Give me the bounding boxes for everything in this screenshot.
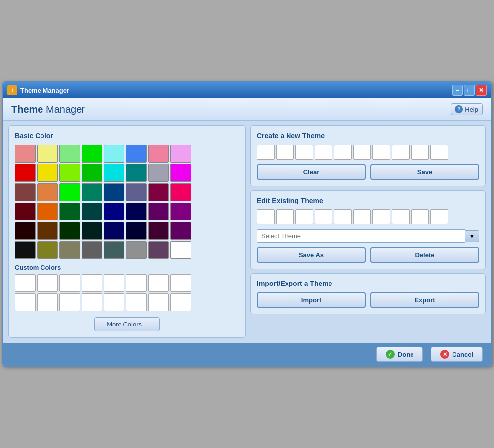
import-button[interactable]: Import bbox=[257, 292, 366, 308]
delete-button[interactable]: Delete bbox=[370, 247, 479, 263]
clear-button[interactable]: Clear bbox=[257, 164, 366, 180]
edit-swatch-8[interactable] bbox=[392, 209, 410, 224]
color-cell[interactable] bbox=[126, 222, 147, 240]
create-swatch-3[interactable] bbox=[295, 145, 313, 160]
custom-cell[interactable] bbox=[148, 293, 169, 311]
color-cell[interactable] bbox=[15, 145, 36, 163]
create-swatch-10[interactable] bbox=[430, 145, 448, 160]
more-colors-button[interactable]: More Colors... bbox=[94, 317, 160, 331]
color-cell[interactable] bbox=[170, 164, 191, 182]
color-cell[interactable] bbox=[170, 145, 191, 163]
color-cell[interactable] bbox=[126, 183, 147, 201]
custom-cell[interactable] bbox=[82, 274, 102, 292]
edit-swatch-5[interactable] bbox=[334, 209, 352, 224]
edit-swatch-9[interactable] bbox=[411, 209, 429, 224]
color-cell[interactable] bbox=[148, 183, 169, 201]
color-cell[interactable] bbox=[82, 222, 102, 240]
color-cell[interactable] bbox=[59, 183, 80, 201]
custom-cell[interactable] bbox=[37, 274, 58, 292]
color-cell[interactable] bbox=[104, 222, 124, 240]
custom-cell[interactable] bbox=[37, 293, 58, 311]
custom-cell[interactable] bbox=[170, 274, 191, 292]
color-cell[interactable] bbox=[37, 241, 58, 259]
create-swatch-7[interactable] bbox=[372, 145, 390, 160]
save-as-button[interactable]: Save As bbox=[257, 247, 366, 263]
save-button[interactable]: Save bbox=[370, 164, 479, 180]
edit-swatch-4[interactable] bbox=[315, 209, 332, 224]
select-theme-input[interactable] bbox=[257, 229, 465, 243]
color-cell[interactable] bbox=[15, 203, 36, 220]
custom-cell[interactable] bbox=[59, 293, 80, 311]
color-cell[interactable] bbox=[170, 183, 191, 201]
color-cell[interactable] bbox=[82, 164, 102, 182]
create-swatch-5[interactable] bbox=[334, 145, 352, 160]
color-cell[interactable] bbox=[37, 222, 58, 240]
edit-swatch-10[interactable] bbox=[430, 209, 448, 224]
create-swatch-9[interactable] bbox=[411, 145, 429, 160]
edit-swatch-7[interactable] bbox=[372, 209, 390, 224]
color-cell[interactable] bbox=[104, 164, 124, 182]
color-cell[interactable] bbox=[15, 222, 36, 240]
color-cell[interactable] bbox=[37, 145, 58, 163]
create-swatch-6[interactable] bbox=[353, 145, 371, 160]
color-cell[interactable] bbox=[148, 145, 169, 163]
edit-swatch-3[interactable] bbox=[295, 209, 313, 224]
color-cell[interactable] bbox=[148, 222, 169, 240]
color-cell[interactable] bbox=[104, 203, 124, 220]
select-arrow-icon[interactable]: ▼ bbox=[465, 230, 479, 242]
custom-cell[interactable] bbox=[104, 293, 124, 311]
custom-cell[interactable] bbox=[59, 274, 80, 292]
create-swatch-1[interactable] bbox=[257, 145, 275, 160]
cancel-button[interactable]: ✕ Cancel bbox=[431, 347, 483, 362]
color-cell[interactable] bbox=[82, 183, 102, 201]
color-cell[interactable] bbox=[15, 241, 36, 259]
create-swatch-8[interactable] bbox=[392, 145, 410, 160]
color-cell[interactable] bbox=[59, 241, 80, 259]
color-cell[interactable] bbox=[82, 203, 102, 220]
color-cell[interactable] bbox=[37, 203, 58, 220]
color-cell[interactable] bbox=[15, 183, 36, 201]
done-button[interactable]: ✓ Done bbox=[376, 347, 423, 362]
custom-cell[interactable] bbox=[126, 274, 147, 292]
color-cell[interactable] bbox=[59, 164, 80, 182]
custom-cell[interactable] bbox=[126, 293, 147, 311]
color-cell[interactable] bbox=[148, 241, 169, 259]
create-swatch-2[interactable] bbox=[276, 145, 294, 160]
export-button[interactable]: Export bbox=[370, 292, 479, 308]
color-cell[interactable] bbox=[126, 145, 147, 163]
minimize-button[interactable]: − bbox=[452, 85, 463, 96]
color-cell[interactable] bbox=[82, 241, 102, 259]
color-cell[interactable] bbox=[148, 203, 169, 220]
custom-cell[interactable] bbox=[104, 274, 124, 292]
color-cell[interactable] bbox=[126, 164, 147, 182]
custom-cell[interactable] bbox=[15, 274, 36, 292]
color-cell[interactable] bbox=[126, 241, 147, 259]
color-cell[interactable] bbox=[37, 183, 58, 201]
color-cell[interactable] bbox=[59, 145, 80, 163]
edit-swatch-2[interactable] bbox=[276, 209, 294, 224]
custom-cell[interactable] bbox=[82, 293, 102, 311]
color-cell[interactable] bbox=[59, 222, 80, 240]
color-cell[interactable] bbox=[104, 183, 124, 201]
color-cell[interactable] bbox=[82, 145, 102, 163]
left-panel: Basic Color Custom Colors bbox=[8, 125, 246, 338]
color-cell[interactable] bbox=[170, 241, 191, 259]
color-cell[interactable] bbox=[59, 203, 80, 220]
color-cell[interactable] bbox=[104, 145, 124, 163]
close-button[interactable]: ✕ bbox=[476, 85, 487, 96]
color-cell[interactable] bbox=[15, 164, 36, 182]
color-cell[interactable] bbox=[104, 241, 124, 259]
custom-cell[interactable] bbox=[170, 293, 191, 311]
edit-swatch-1[interactable] bbox=[257, 209, 275, 224]
custom-cell[interactable] bbox=[148, 274, 169, 292]
color-cell[interactable] bbox=[170, 203, 191, 220]
color-cell[interactable] bbox=[170, 222, 191, 240]
help-button[interactable]: ? Help bbox=[451, 103, 483, 115]
maximize-button[interactable]: □ bbox=[464, 85, 475, 96]
create-swatch-4[interactable] bbox=[315, 145, 332, 160]
edit-swatch-6[interactable] bbox=[353, 209, 371, 224]
custom-cell[interactable] bbox=[15, 293, 36, 311]
color-cell[interactable] bbox=[126, 203, 147, 220]
color-cell[interactable] bbox=[148, 164, 169, 182]
color-cell[interactable] bbox=[37, 164, 58, 182]
